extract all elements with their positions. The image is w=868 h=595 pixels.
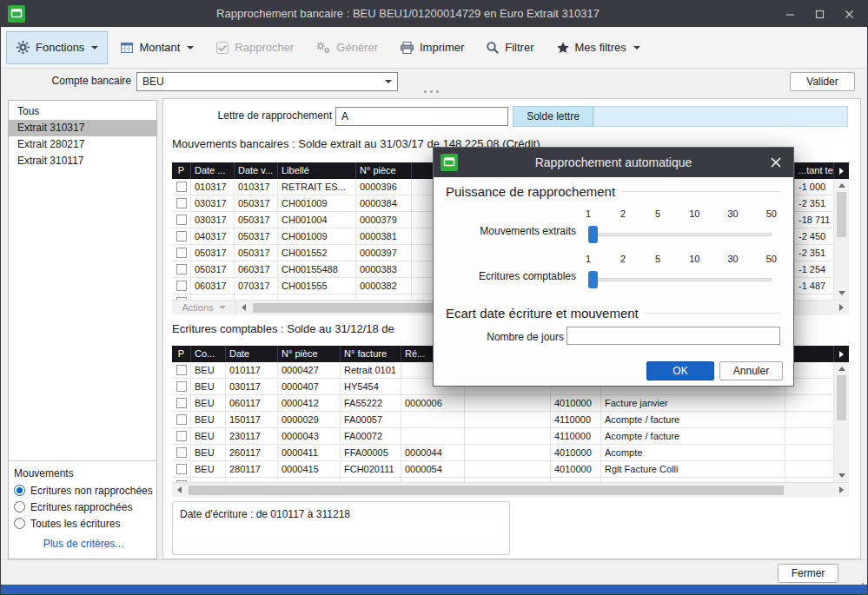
row-checkbox[interactable]	[176, 447, 187, 458]
scroll-down-icon[interactable]	[834, 469, 849, 482]
solde-lettre-button[interactable]: Solde lettre	[513, 106, 593, 127]
sidebar-extrait-item[interactable]: Extrait 280217	[9, 136, 156, 153]
nombre-de-jours-label: Nombre de jours	[434, 331, 564, 343]
ledger-table-row[interactable]: BEU 230117 0000043 FA00072 4110000 Acomp…	[172, 428, 834, 445]
minimize-button[interactable]	[775, 1, 805, 27]
scroll-up-icon[interactable]	[834, 362, 849, 375]
hscroll-track[interactable]	[187, 483, 834, 498]
row-checkbox[interactable]	[176, 182, 187, 192]
ok-button[interactable]: OK	[646, 361, 714, 380]
splitter-handle[interactable]	[424, 90, 439, 93]
compte-bancaire-select[interactable]: BEU	[136, 72, 398, 91]
bottom-strip	[1, 585, 867, 594]
row-checkbox[interactable]	[176, 215, 187, 225]
radio-ecritures-non-rapprochees[interactable]: Ecritures non rapprochées	[14, 482, 153, 499]
ledger-table-row[interactable]: BEU 260117 0000411 FFA00005 0000044 4010…	[172, 445, 834, 461]
ledger-table-hscrollbar	[172, 482, 849, 497]
column-header[interactable]: P	[172, 162, 191, 179]
slider-handle[interactable]	[588, 226, 598, 243]
scroll-left-button[interactable]	[172, 483, 187, 498]
bank-table-vscrollbar[interactable]	[834, 179, 849, 300]
sidebar-extrait-item[interactable]: Extrait 310117	[9, 153, 156, 169]
ledger-table-vscrollbar[interactable]	[834, 362, 849, 482]
row-checkbox[interactable]	[176, 398, 187, 408]
annuler-button[interactable]: Annuler	[719, 361, 783, 380]
hscroll-thumb[interactable]	[189, 486, 784, 495]
close-button[interactable]	[834, 1, 864, 27]
column-header[interactable]: N° pièce	[278, 346, 341, 362]
tick-label: 5	[654, 208, 661, 219]
row-checkbox[interactable]	[176, 231, 187, 241]
mouvements-extraits-slider[interactable]	[589, 233, 772, 236]
footer: Fermer	[1, 559, 867, 585]
vscroll-thumb[interactable]	[837, 192, 846, 237]
scroll-left-button[interactable]	[236, 301, 251, 315]
gears-icon	[315, 41, 331, 55]
imprimer-button[interactable]: Imprimer	[390, 31, 474, 64]
ecart-group-title: Ecart date écriture et mouvement	[446, 306, 781, 321]
vscroll-thumb[interactable]	[837, 375, 846, 420]
ecritures-comptables-slider[interactable]	[589, 278, 772, 281]
sidebar-extrait-item[interactable]: Tous	[9, 103, 156, 120]
slider-ticks: 125103050	[585, 254, 777, 264]
ledger-table-row[interactable]: BEU 280117 0000415 FCH020111 0000054 401…	[172, 461, 834, 478]
fonctions-button[interactable]: Fonctions	[6, 31, 108, 64]
column-header[interactable]: ...tant ten...	[795, 162, 834, 179]
radio-toutes-les-ecritures[interactable]: Toutes les écritures	[14, 515, 153, 532]
plus-de-criteres-link[interactable]: Plus de critères...	[14, 538, 153, 550]
scroll-down-icon[interactable]	[834, 287, 849, 300]
actions-button[interactable]: Actions	[172, 301, 236, 315]
row-checkbox[interactable]	[176, 248, 187, 258]
radio-ecritures-rapprochees[interactable]: Ecritures rapprochées	[14, 499, 153, 515]
montant-button[interactable]: Montant	[110, 31, 203, 64]
row-checkbox[interactable]	[176, 414, 187, 425]
column-header[interactable]: Date v...	[235, 162, 278, 179]
ecritures-comptables-label: Ecritures comptables	[434, 270, 576, 282]
scroll-right-button[interactable]	[834, 301, 849, 315]
tick-label: 2	[620, 254, 626, 264]
fermer-button[interactable]: Fermer	[778, 564, 838, 583]
dialog-close-icon[interactable]	[766, 153, 785, 172]
generer-button[interactable]: Générer	[306, 31, 388, 64]
row-checkbox[interactable]	[176, 381, 187, 392]
next-columns-button[interactable]	[834, 346, 849, 362]
ledger-table-row[interactable]: BEU 060117 0000412 FA55222 0000006 40100…	[172, 395, 834, 412]
tick-label: 50	[766, 208, 777, 219]
row-checkbox[interactable]	[176, 365, 187, 375]
row-checkbox[interactable]	[176, 464, 187, 474]
chevron-down-icon	[187, 46, 194, 50]
maximize-button[interactable]	[805, 1, 834, 27]
row-checkbox[interactable]	[176, 198, 187, 208]
dialog-title: Rapprochement automatique	[468, 148, 759, 177]
row-checkbox[interactable]	[176, 281, 187, 291]
scroll-right-button[interactable]	[834, 483, 849, 498]
valider-button[interactable]: Valider	[790, 72, 855, 91]
column-header[interactable]: Date	[226, 346, 278, 362]
rapprocher-button[interactable]: Rapprocher	[206, 31, 303, 64]
column-header[interactable]: N° facture	[341, 346, 401, 362]
column-header[interactable]: P	[172, 346, 191, 362]
dialog-titlebar: Rapprochement automatique	[434, 148, 793, 177]
montant-label: Montant	[139, 41, 180, 54]
row-checkbox[interactable]	[176, 264, 187, 274]
sidebar-extrait-item[interactable]: Extrait 310317	[9, 120, 156, 136]
dialog-body: Puissance de rapprochement 125103050 Mou…	[434, 177, 793, 386]
column-header[interactable]: Co...	[191, 346, 226, 362]
titlebar: Rapprochement bancaire : BEU BEU1/012000…	[1, 1, 867, 27]
scroll-up-icon[interactable]	[834, 179, 849, 192]
row-checkbox[interactable]	[176, 431, 187, 441]
lettre-rapprochement-input[interactable]	[335, 107, 508, 126]
filtrer-button[interactable]: Filtrer	[476, 31, 543, 64]
nombre-de-jours-input[interactable]	[567, 327, 780, 345]
slider-handle[interactable]	[588, 271, 598, 288]
next-columns-button[interactable]	[834, 162, 849, 179]
window-title: Rapprochement bancaire : BEU BEU1/012000…	[53, 1, 763, 27]
column-header[interactable]: Date ...	[191, 162, 235, 179]
ledger-table-row[interactable]: BEU 150117 0000029 FA00057 4110000 Acomp…	[172, 412, 834, 428]
printer-icon	[400, 41, 414, 55]
ledger-table-row[interactable]: BEU Rglt FHA factu	[172, 478, 834, 482]
mes-filtres-button[interactable]: Mes filtres	[547, 31, 650, 64]
column-header[interactable]: Libellé	[278, 162, 356, 179]
solde-lettre-field	[593, 106, 848, 127]
column-header[interactable]: N° pièce	[356, 162, 412, 179]
